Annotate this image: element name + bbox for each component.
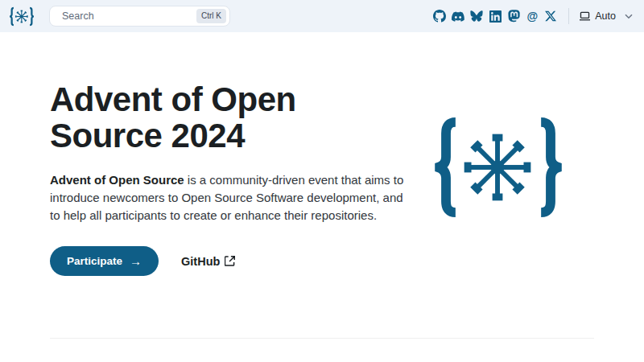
site-header: Ctrl K @ Auto [0, 0, 644, 32]
brand-logo-icon[interactable] [10, 6, 34, 27]
cta-row: Participate → GitHub [50, 246, 644, 276]
threads-glyph: @ [526, 10, 538, 22]
github-icon[interactable] [433, 10, 446, 23]
threads-icon[interactable]: @ [526, 10, 539, 23]
github-link[interactable]: GitHub [181, 255, 235, 268]
hero-description-lead: Advent of Open Source [50, 173, 184, 187]
linkedin-icon[interactable] [489, 10, 502, 23]
search-shortcut-badge: Ctrl K [196, 9, 226, 23]
bluesky-icon[interactable] [470, 10, 483, 23]
section-divider [50, 338, 594, 339]
participate-label: Participate [67, 255, 122, 267]
chevron-down-icon [625, 14, 633, 19]
search-input[interactable] [62, 10, 192, 22]
hero-brand-logo-icon [435, 116, 562, 219]
discord-icon[interactable] [452, 10, 464, 23]
theme-label: Auto [595, 10, 616, 22]
x-icon[interactable] [544, 10, 557, 23]
page-title: Advent of Open Source 2024 [50, 82, 396, 154]
arrow-right-icon: → [130, 254, 142, 268]
search-box[interactable]: Ctrl K [49, 6, 230, 27]
mastodon-icon[interactable] [507, 10, 520, 23]
hero-section: Advent of Open Source 2024 Advent of Ope… [0, 32, 644, 276]
laptop-icon [579, 10, 591, 22]
participate-button[interactable]: Participate → [50, 246, 159, 276]
hero-description: Advent of Open Source is a community-dri… [50, 171, 412, 224]
external-link-icon [225, 256, 235, 266]
github-link-label: GitHub [181, 255, 220, 268]
theme-toggle[interactable]: Auto [579, 10, 633, 22]
header-divider [568, 8, 569, 24]
social-links: @ [433, 10, 557, 23]
